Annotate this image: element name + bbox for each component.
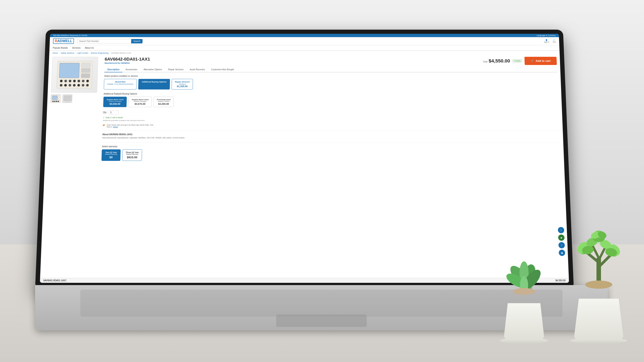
site-header: RADWELL Search 👤 Sign In (50, 37, 559, 45)
ship-text: Order before 3pm and get it by Week day,… (106, 124, 154, 126)
buying-btn-3-sub: Radwell Certified (157, 100, 171, 102)
plant-1-leaves (499, 235, 549, 303)
qty-input[interactable] (109, 110, 118, 114)
navigation: Popular Brands Services About Us (49, 45, 560, 51)
buying-btn-3-price: $3,250.00 (157, 103, 170, 105)
buying-btn-2-title: Surplus Never Used (132, 99, 148, 100)
zip-link[interactable]: 08066 (113, 126, 118, 128)
thumbnail-1[interactable] (50, 94, 61, 103)
plant-2-svg (567, 213, 630, 299)
buying-btn-1-price: $4,550.00 (106, 103, 123, 105)
search-button[interactable]: Search (131, 39, 142, 43)
svg-rect-4 (81, 73, 90, 78)
stock-badge: In Stock (513, 59, 522, 62)
signin-label: Sign In (544, 41, 550, 43)
logo-text: RADWELL (53, 38, 74, 44)
tab-accessories[interactable]: Accessories (122, 67, 140, 72)
condition-repair-services[interactable]: Repair Services Starting at $1,250.00 (172, 79, 193, 90)
tab-alternative-options[interactable]: Alternative Options (140, 67, 165, 72)
language-currency[interactable]: Language & Currency (536, 34, 556, 36)
trackpad (276, 315, 367, 327)
logo[interactable]: RADWELL (53, 38, 74, 44)
svg-point-53 (585, 281, 612, 289)
product-image-svg (54, 59, 95, 90)
product-price: $4,550.00 (488, 58, 510, 63)
product-manufacturer: Manufactured by SIEMENS (104, 62, 150, 64)
qty-row: Qty: (103, 110, 559, 114)
shipping-info: 🚚 Order before 3pm and get it by Week da… (102, 124, 559, 128)
warranty-1-price: $0 (105, 156, 117, 159)
search-container: Search (77, 39, 142, 43)
sticky-bar: 6AV6642-0DA01-1AX1 $4,550.00 (40, 278, 569, 283)
tab-description[interactable]: Description (104, 67, 123, 72)
buying-surplus-never-used-radwell[interactable]: Surplus Never Used Radwell Packaged $3,5… (128, 97, 152, 107)
user-icon: 👤 (546, 39, 548, 41)
warranty-2-price: $910.00 (126, 156, 139, 159)
condition-buttons: Brand New Available / From Authorized Di… (104, 79, 558, 90)
pot-1-body (504, 303, 544, 339)
covid-text[interactable]: Our Response to COVID (66, 34, 87, 36)
buying-options-buttons: Surplus Never Used Original Packaging $4… (103, 97, 559, 107)
breadcrumb-safety[interactable]: Safety Systems (61, 52, 74, 54)
search-input[interactable] (77, 39, 131, 43)
keyboard-keys (80, 290, 562, 317)
phone-number[interactable]: 800.884.5500 (53, 34, 65, 36)
buying-options-label: Additional Radwell Buying Options (104, 93, 558, 95)
svg-rect-3 (81, 68, 90, 73)
add-to-cart-button[interactable]: 🛒 Add to cart (524, 57, 557, 65)
signin-icon-group[interactable]: 👤 Sign In (544, 39, 550, 43)
tab-content: Select product condition or service: Bra… (102, 72, 561, 163)
add-to-cart-label: Add to cart (536, 59, 551, 62)
breadcrumb-home[interactable]: Home (52, 52, 58, 54)
logo-adwell: ADWELL (57, 39, 72, 43)
stock-check-icon: ✓ (103, 116, 104, 119)
logo-r: R (55, 39, 58, 43)
breadcrumb-banner[interactable]: Banner Engineering (91, 52, 108, 54)
buying-previously-used[interactable]: Previously Used Radwell Certified $3,250… (153, 97, 174, 107)
cart-icon-group[interactable]: 🛒 Cart (552, 39, 556, 43)
about-text: Discontinued by manufacturer, Operator i… (102, 136, 560, 139)
tab-customers-also-bought[interactable]: Customers Also Bought (208, 67, 237, 72)
product-images (48, 57, 100, 163)
warranty-1-title: Two (2) Year (105, 151, 117, 153)
additional-buying-label: Additional Buying Options (142, 81, 166, 83)
nav-about-us[interactable]: About Us (85, 46, 94, 50)
breadcrumb-light-curtain[interactable]: Light Curtain (77, 52, 88, 54)
svg-rect-26 (64, 96, 72, 101)
breadcrumb-current: 6AV6642-0DA01-1AX1 (111, 52, 131, 54)
pot-2-body (574, 299, 624, 339)
brand-new-label: Brand New (115, 81, 126, 83)
stock-info: ✓ Only 2 Left in stock! (103, 116, 559, 119)
condition-additional-buying[interactable]: Additional Buying Options (138, 79, 170, 90)
nav-popular-brands[interactable]: Popular Brands (53, 46, 68, 50)
warranty-two-year[interactable]: Two (2) Year Radwell Warranty $0 (102, 149, 121, 161)
nav-services[interactable]: Services (72, 46, 80, 50)
plant-1-svg (499, 235, 549, 303)
cart-label: Cart (552, 41, 556, 43)
condition-brand-new[interactable]: Brand New Available / From Authorized Di… (104, 79, 137, 90)
sticky-part: 6AV6642-0DA01-1AX1 (43, 279, 66, 282)
svg-line-40 (599, 247, 606, 260)
buying-btn-2-price: $3,575.00 (132, 103, 148, 105)
tab-asset-recovery[interactable]: Asset Recovery (186, 67, 208, 72)
manufacturer-name[interactable]: SIEMENS (121, 62, 130, 64)
buying-btn-3-title: Previously Used (157, 99, 171, 100)
qty-label: Qty: (103, 111, 107, 113)
buying-btn-1-sub: Original Packaging (106, 100, 123, 102)
plant-2 (567, 213, 630, 344)
tab-repair-services[interactable]: Repair Services (165, 67, 187, 72)
product-main-image (51, 57, 98, 93)
warranty-three-year[interactable]: Three (3) Year Radwell Warranty $910.00 (122, 149, 142, 161)
ship-to: Ship to: 08066 (106, 126, 118, 128)
thumbnail-2[interactable] (62, 94, 72, 103)
product-section: 6AV6642-0DA01-1AX1 Manufactured by SIEME… (45, 55, 564, 165)
about-title: About 6AV6642-0DA01-1AX1: (102, 133, 560, 135)
cart-icon-btn: 🛒 (530, 59, 534, 62)
buying-surplus-never-used-original[interactable]: Surplus Never Used Original Packaging $4… (103, 97, 127, 107)
buying-btn-2-sub: Radwell Packaged (132, 100, 148, 102)
cart-icon: 🛒 (553, 39, 555, 41)
warranty-2-sub: Radwell Warranty (126, 153, 139, 155)
warranty-2-title: Three (3) Year (126, 151, 139, 153)
warranty-label: Select warranty: (102, 145, 560, 147)
stock-text: Only 2 Left in stock! (106, 116, 123, 119)
